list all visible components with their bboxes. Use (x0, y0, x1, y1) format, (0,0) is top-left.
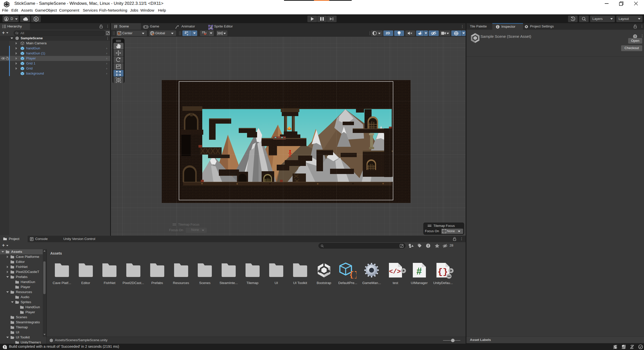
svg-text:?: ? (634, 35, 636, 38)
svg-text:#: # (416, 266, 422, 276)
svg-text:</>: </> (389, 268, 401, 275)
svg-text:{}: {} (349, 270, 356, 278)
svg-text:Y: Y (187, 33, 188, 36)
svg-text:D: D (35, 18, 37, 21)
